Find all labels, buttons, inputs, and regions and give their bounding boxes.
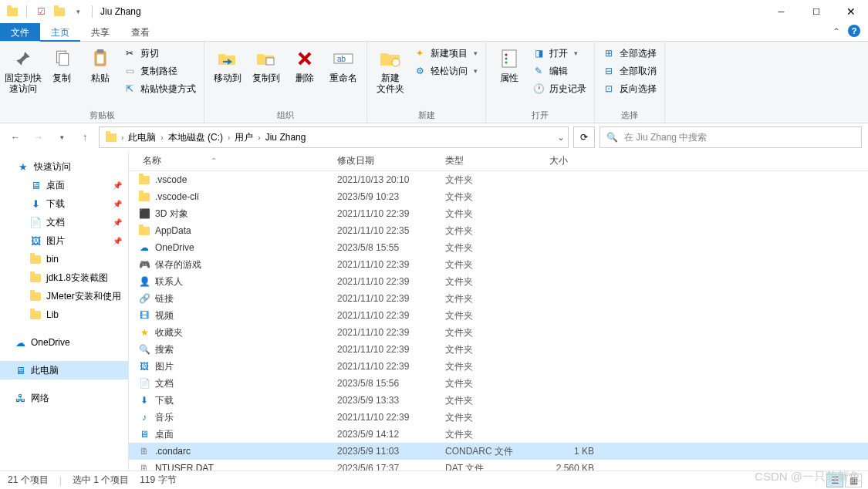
file-row[interactable]: 🗎NTUSER.DAT2023/5/6 17:37DAT 文件2,560 KB (129, 460, 868, 470)
file-type: CONDARC 文件 (439, 445, 543, 458)
file-row[interactable]: 🗎.condarc2023/5/9 11:03CONDARC 文件1 KB (129, 443, 868, 460)
group-select: ⊞全部选择 ⊟全部取消 ⊡反向选择 选择 (595, 42, 665, 123)
tab-share[interactable]: 共享 (80, 23, 120, 41)
file-row[interactable]: 🖥桌面2023/5/9 14:12文件夹 (129, 426, 868, 443)
delete-button[interactable]: 删除 (286, 45, 323, 85)
view-details-button[interactable]: ☰ (826, 474, 843, 487)
tab-view[interactable]: 查看 (120, 23, 160, 41)
file-name: 搜索 (155, 343, 174, 356)
open-button[interactable]: ◨打开▾ (529, 45, 589, 62)
file-row[interactable]: .vscode2021/10/13 20:10文件夹 (129, 171, 868, 188)
paste-button[interactable]: 粘贴 (82, 45, 119, 85)
selectnone-icon: ⊟ (603, 65, 615, 77)
collapse-ribbon-icon[interactable]: ⌃ (833, 26, 840, 37)
chevron-down-icon[interactable]: ⌄ (557, 132, 565, 143)
breadcrumb[interactable]: › 此电脑 › 本地磁盘 (C:) › 用户 › Jiu Zhang ⌄ (99, 126, 569, 148)
maximize-button[interactable]: ☐ (799, 0, 833, 23)
pin-icon: 📌 (113, 181, 122, 190)
file-tab[interactable]: 文件 (0, 23, 40, 41)
edit-button[interactable]: ✎编辑 (529, 62, 589, 79)
col-name[interactable]: 名称⌃ (129, 154, 331, 167)
pasteshortcut-button[interactable]: ⇱粘贴快捷方式 (120, 80, 199, 97)
back-button[interactable]: ← (6, 128, 25, 147)
sidebar-item-label: 文档 (46, 216, 65, 229)
qat-checkbox-icon[interactable]: ☑ (33, 4, 49, 19)
sidebar-item[interactable]: 📄文档📌 (0, 213, 128, 231)
crumb[interactable]: 用户 (233, 131, 255, 144)
folder-icon (29, 253, 42, 265)
easyaccess-button[interactable]: ⚙轻松访问▾ (410, 62, 481, 79)
cut-button[interactable]: ✂剪切 (120, 45, 199, 62)
group-label: 新建 (418, 110, 435, 123)
file-row[interactable]: AppData2021/11/10 22:35文件夹 (129, 222, 868, 239)
sidebar-item[interactable]: ⬇下载📌 (0, 194, 128, 213)
chevron-right-icon[interactable]: › (159, 133, 164, 142)
rename-button[interactable]: ab重命名 (325, 45, 362, 85)
history-button[interactable]: 🕐历史记录 (529, 80, 589, 97)
nav-quickaccess[interactable]: ★快速访问 (0, 157, 128, 176)
file-date: 2021/11/10 22:39 (331, 259, 439, 270)
file-icon: 🗎 (138, 445, 150, 457)
tab-home[interactable]: 主页 (40, 23, 80, 42)
nav-network[interactable]: 🖧网络 (0, 389, 128, 407)
file-type: 文件夹 (439, 394, 543, 407)
crumb[interactable]: Jiu Zhang (264, 132, 308, 143)
sidebar-item[interactable]: 🖼图片📌 (0, 231, 128, 250)
invert-button[interactable]: ⊡反向选择 (599, 80, 660, 97)
file-row[interactable]: .vscode-cli2023/5/9 10:23文件夹 (129, 188, 868, 205)
group-label: 选择 (621, 110, 638, 123)
file-row[interactable]: ⬛3D 对象2021/11/10 22:39文件夹 (129, 205, 868, 222)
help-icon[interactable]: ? (848, 25, 860, 37)
crumb[interactable]: 此电脑 (127, 131, 157, 144)
sidebar-item[interactable]: jdk1.8安装截图 (0, 268, 128, 287)
col-size[interactable]: 大小 (543, 154, 605, 167)
view-icons-button[interactable]: ▦ (845, 474, 862, 487)
sidebar-item[interactable]: 🖥桌面📌 (0, 176, 128, 194)
properties-button[interactable]: 属性 (491, 45, 528, 85)
file-row[interactable]: 🖼图片2021/11/10 22:39文件夹 (129, 358, 868, 375)
svg-point-10 (505, 54, 508, 56)
sidebar-item[interactable]: Lib (0, 305, 128, 324)
copyto-button[interactable]: 复制到 (248, 45, 285, 85)
newitem-button[interactable]: ✦新建项目▾ (410, 45, 481, 62)
sidebar-item[interactable]: JMeter安装和使用 (0, 287, 128, 305)
file-row[interactable]: ★收藏夹2021/11/10 22:39文件夹 (129, 324, 868, 341)
file-row[interactable]: 📄文档2023/5/8 15:56文件夹 (129, 375, 868, 392)
crumb[interactable]: 本地磁盘 (C:) (167, 131, 225, 144)
file-name: 联系人 (155, 275, 183, 288)
sidebar-item[interactable]: bin (0, 250, 128, 268)
file-row[interactable]: 🎮保存的游戏2021/11/10 22:39文件夹 (129, 256, 868, 273)
copypath-button[interactable]: ▭复制路径 (120, 62, 199, 79)
file-row[interactable]: ⬇下载2023/5/9 13:33文件夹 (129, 392, 868, 409)
selectnone-button[interactable]: ⊟全部取消 (599, 62, 660, 79)
chevron-right-icon[interactable]: › (120, 133, 125, 142)
chevron-right-icon[interactable]: › (226, 133, 231, 142)
up-button[interactable]: ↑ (76, 128, 94, 147)
forward-button[interactable]: → (29, 128, 48, 147)
chevron-right-icon[interactable]: › (256, 133, 262, 142)
refresh-button[interactable]: ⟳ (573, 126, 595, 148)
file-row[interactable]: ☁OneDrive2023/5/8 15:55文件夹 (129, 239, 868, 256)
nav-onedrive[interactable]: ☁OneDrive (0, 333, 128, 352)
file-row[interactable]: 🔗链接2021/11/10 22:39文件夹 (129, 290, 868, 307)
close-button[interactable]: ✕ (833, 0, 868, 23)
file-row[interactable]: 🎞视频2021/11/10 22:39文件夹 (129, 307, 868, 324)
minimize-button[interactable]: ─ (764, 0, 799, 23)
col-type[interactable]: 类型 (439, 154, 543, 167)
nav-thispc[interactable]: 🖥此电脑 (0, 361, 128, 379)
pin-button[interactable]: 固定到快 速访问 (5, 45, 42, 96)
recent-dropdown-icon[interactable]: ▾ (52, 128, 71, 147)
search-placeholder: 在 Jiu Zhang 中搜索 (624, 131, 707, 144)
selectall-button[interactable]: ⊞全部选择 (599, 45, 660, 62)
qat-dropdown-icon[interactable]: ▾ (70, 4, 86, 19)
star-icon: ★ (17, 160, 29, 173)
newfolder-button[interactable]: 新建 文件夹 (372, 45, 409, 96)
group-label: 打开 (532, 110, 549, 123)
file-row[interactable]: 👤联系人2021/11/10 22:39文件夹 (129, 273, 868, 290)
moveto-button[interactable]: 移动到 (209, 45, 246, 85)
search-input[interactable]: 🔍 在 Jiu Zhang 中搜索 (599, 126, 862, 148)
col-date[interactable]: 修改日期 (331, 154, 439, 167)
file-row[interactable]: 🔍搜索2021/11/10 22:39文件夹 (129, 341, 868, 358)
file-row[interactable]: ♪音乐2021/11/10 22:39文件夹 (129, 409, 868, 426)
copy-button[interactable]: 复制 (43, 45, 80, 85)
